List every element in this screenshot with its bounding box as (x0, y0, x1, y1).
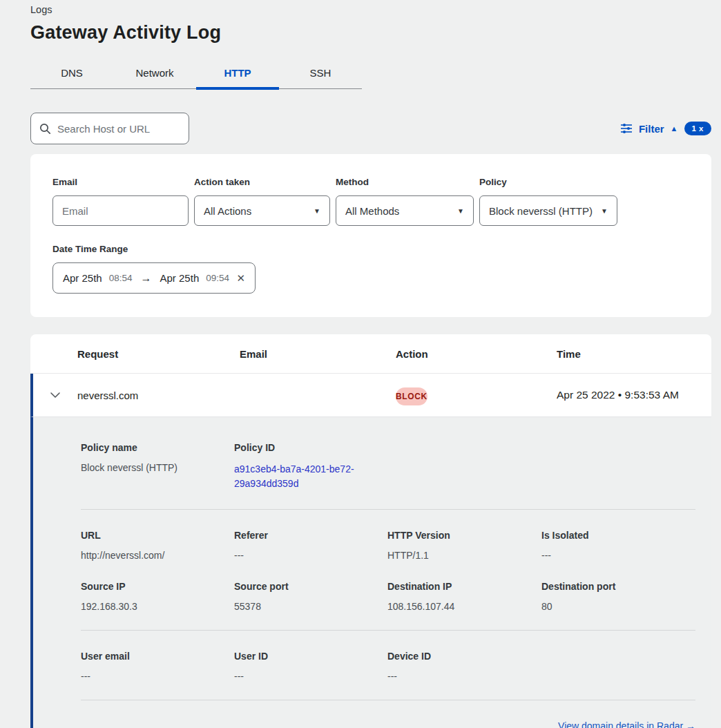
clear-date-range-icon[interactable]: ✕ (236, 272, 245, 285)
log-type-tabs: DNS Network HTTP SSH (30, 60, 362, 89)
policy-value: Block neverssl (HTTP) (489, 205, 593, 217)
filter-collapse-caret-icon[interactable]: ▲ (671, 125, 678, 133)
filter-button[interactable]: Filter (639, 123, 664, 135)
method-select[interactable]: All Methods ▼ (336, 195, 474, 226)
view-domain-in-radar-link[interactable]: View domain details in Radar → (558, 720, 695, 728)
page-title: Gateway Activity Log (30, 22, 711, 44)
destination-port-label: Destination port (541, 581, 695, 592)
gateway-activity-log-page: Logs Gateway Activity Log DNS Network HT… (0, 0, 721, 728)
method-label: Method (336, 177, 474, 187)
activity-log-table: Request Email Action Time neverssl.com B… (30, 334, 711, 728)
chevron-down-icon: ▼ (314, 207, 320, 215)
section-divider (81, 700, 695, 700)
arrow-right-icon: → (140, 272, 153, 285)
table-row[interactable]: neverssl.com BLOCK Apr 25 2022 • 9:53:53… (30, 374, 711, 417)
row-time: Apr 25 2022 • 9:53:53 AM (557, 389, 711, 401)
device-id-label: Device ID (387, 651, 541, 662)
search-icon (39, 123, 51, 135)
url-value: http://neverssl.com/ (81, 550, 234, 561)
block-action-badge: BLOCK (396, 387, 427, 405)
source-ip-label: Source IP (81, 581, 234, 592)
col-header-email: Email (240, 348, 396, 360)
referer-value: --- (234, 550, 387, 561)
action-taken-value: All Actions (204, 205, 251, 217)
user-email-label: User email (81, 651, 234, 662)
email-filter-label: Email (52, 177, 189, 187)
col-header-time: Time (557, 348, 711, 360)
tab-dns[interactable]: DNS (30, 60, 113, 88)
row-request: neverssl.com (77, 390, 240, 401)
is-isolated-value: --- (541, 550, 695, 561)
referer-label: Referer (234, 530, 387, 541)
date-range-label: Date Time Range (52, 244, 689, 254)
chevron-down-icon: ▼ (601, 207, 608, 215)
email-filter-input[interactable] (62, 205, 179, 217)
source-ip-value: 192.168.30.3 (81, 601, 234, 612)
action-taken-label: Action taken (194, 177, 330, 187)
policy-id-label: Policy ID (234, 442, 387, 453)
date-range-picker[interactable]: Apr 25th 08:54 → Apr 25th 09:54 ✕ (52, 262, 256, 294)
collapse-row-chevron-icon[interactable] (50, 392, 61, 399)
user-id-value: --- (234, 671, 387, 682)
start-time[interactable]: 08:54 (109, 273, 133, 283)
start-date[interactable]: Apr 25th (63, 272, 102, 284)
http-version-label: HTTP Version (387, 530, 541, 541)
filter-sliders-icon[interactable] (620, 123, 633, 134)
search-input[interactable] (57, 123, 195, 135)
policy-name-value: Block neverssl (HTTP) (81, 462, 234, 473)
policy-select[interactable]: Block neverssl (HTTP) ▼ (479, 195, 617, 226)
tab-network[interactable]: Network (113, 60, 196, 88)
method-value: All Methods (345, 205, 399, 217)
is-isolated-label: Is Isolated (541, 530, 695, 541)
tab-ssh[interactable]: SSH (279, 60, 362, 88)
filter-count-badge[interactable]: 1 x (684, 122, 712, 135)
end-time[interactable]: 09:54 (206, 273, 229, 283)
section-divider (81, 509, 695, 510)
section-divider (81, 630, 695, 631)
action-taken-select[interactable]: All Actions ▼ (194, 195, 330, 226)
user-email-value: --- (81, 671, 234, 682)
destination-ip-label: Destination IP (387, 581, 541, 592)
destination-ip-value: 108.156.107.44 (387, 601, 541, 612)
source-port-value: 55378 (234, 601, 387, 612)
col-header-action: Action (396, 348, 557, 360)
end-date[interactable]: Apr 25th (160, 272, 200, 284)
col-header-request: Request (77, 348, 240, 360)
breadcrumb[interactable]: Logs (30, 3, 711, 15)
source-port-label: Source port (234, 581, 387, 592)
http-version-value: HTTP/1.1 (387, 550, 541, 561)
device-id-value: --- (387, 671, 541, 682)
policy-label: Policy (479, 177, 617, 187)
user-id-label: User ID (234, 651, 387, 662)
destination-port-value: 80 (541, 601, 695, 612)
filter-panel: Email Action taken All Actions ▼ Method (30, 154, 711, 317)
policy-id-link[interactable]: a91c3eb4-ba7a-4201-be72-29a934dd359d (234, 462, 367, 491)
expanded-row-details: Policy name Block neverssl (HTTP) Policy… (30, 417, 711, 728)
url-label: URL (81, 530, 234, 541)
search-box[interactable] (30, 113, 189, 144)
chevron-down-icon: ▼ (457, 207, 464, 215)
table-header-row: Request Email Action Time (30, 334, 711, 374)
tab-http[interactable]: HTTP (196, 60, 279, 88)
policy-name-label: Policy name (81, 442, 234, 453)
